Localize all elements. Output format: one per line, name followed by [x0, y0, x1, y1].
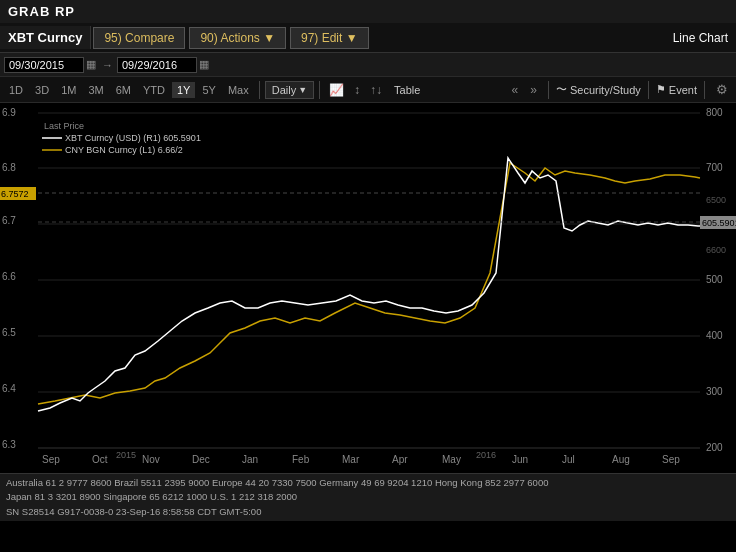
chart-area: 800 700 600 500 400 300 200 6.9 6.8 6.7 …	[0, 103, 736, 473]
svg-text:Feb: Feb	[292, 454, 310, 465]
svg-text:800: 800	[706, 107, 723, 118]
contact-line2: Japan 81 3 3201 8900 Singapore 65 6212 1…	[6, 490, 730, 504]
svg-text:2015: 2015	[116, 450, 136, 460]
svg-text:Last Price: Last Price	[44, 121, 84, 131]
svg-text:Sep: Sep	[662, 454, 680, 465]
actions-button[interactable]: 90) Actions ▼	[189, 27, 286, 49]
svg-text:6.7: 6.7	[2, 215, 16, 226]
svg-text:Apr: Apr	[392, 454, 408, 465]
svg-text:700: 700	[706, 162, 723, 173]
date-separator: →	[98, 59, 117, 71]
app-title: GRAB RP	[8, 4, 75, 19]
toolbar2-right: « » 〜 Security/Study ⚑ Event ⚙	[508, 80, 732, 99]
divider5	[704, 81, 705, 99]
svg-text:6.7572: 6.7572	[1, 189, 29, 199]
calendar-to-icon[interactable]: ▦	[197, 58, 211, 71]
svg-text:6.4: 6.4	[2, 383, 16, 394]
divider3	[548, 81, 549, 99]
contact-line1: Australia 61 2 9777 8600 Brazil 5511 239…	[6, 476, 730, 490]
chart-svg: 800 700 600 500 400 300 200 6.9 6.8 6.7 …	[0, 103, 736, 473]
security-study-button[interactable]: 〜 Security/Study	[556, 82, 641, 97]
svg-text:Jan: Jan	[242, 454, 258, 465]
period-6m[interactable]: 6M	[111, 82, 136, 98]
svg-text:500: 500	[706, 274, 723, 285]
svg-text:Dec: Dec	[192, 454, 210, 465]
frequency-button[interactable]: Daily ▼	[265, 81, 314, 99]
svg-text:6.9: 6.9	[2, 107, 16, 118]
period-ytd[interactable]: YTD	[138, 82, 170, 98]
period-max[interactable]: Max	[223, 82, 254, 98]
bar-chart-icon[interactable]: ↕	[350, 81, 364, 99]
date-from-input[interactable]	[4, 57, 84, 73]
svg-text:Nov: Nov	[142, 454, 160, 465]
calendar-from-icon[interactable]: ▦	[84, 58, 98, 71]
toolbar2: 1D 3D 1M 3M 6M YTD 1Y 5Y Max Daily ▼ 📈 ↕…	[0, 77, 736, 103]
edit-button[interactable]: 97) Edit ▼	[290, 27, 369, 49]
svg-text:200: 200	[706, 442, 723, 453]
nav-right-icon[interactable]: »	[526, 81, 541, 99]
flag-icon: ⚑	[656, 83, 666, 96]
svg-text:300: 300	[706, 386, 723, 397]
divider1	[259, 81, 260, 99]
top-bar: GRAB RP	[0, 0, 736, 23]
line-chart-icon[interactable]: 📈	[325, 81, 348, 99]
divider4	[648, 81, 649, 99]
period-5y[interactable]: 5Y	[197, 82, 220, 98]
chart-wave-icon: 〜	[556, 82, 567, 97]
svg-text:6.5: 6.5	[2, 327, 16, 338]
svg-text:6500: 6500	[706, 195, 726, 205]
svg-text:Mar: Mar	[342, 454, 360, 465]
date-row: ▦ → ▦	[0, 53, 736, 77]
table-button[interactable]: Table	[388, 82, 426, 98]
svg-text:CNY BGN Curncy (L1)   6.66/2: CNY BGN Curncy (L1) 6.66/2	[65, 145, 183, 155]
security-label[interactable]: XBT Curncy	[0, 26, 91, 49]
chart-type-label: Line Chart	[673, 31, 736, 45]
period-3d[interactable]: 3D	[30, 82, 54, 98]
bottom-bar: Australia 61 2 9777 8600 Brazil 5511 239…	[0, 473, 736, 521]
period-1m[interactable]: 1M	[56, 82, 81, 98]
svg-text:Aug: Aug	[612, 454, 630, 465]
svg-text:6.6: 6.6	[2, 271, 16, 282]
svg-text:Jul: Jul	[562, 454, 575, 465]
svg-text:Jun: Jun	[512, 454, 528, 465]
svg-rect-0	[0, 103, 736, 473]
svg-text:Oct: Oct	[92, 454, 108, 465]
svg-text:6.3: 6.3	[2, 439, 16, 450]
period-nav-left[interactable]: ↑↓	[366, 81, 386, 99]
svg-text:605.5901: 605.5901	[702, 218, 736, 228]
svg-text:May: May	[442, 454, 461, 465]
date-to-input[interactable]	[117, 57, 197, 73]
period-1d[interactable]: 1D	[4, 82, 28, 98]
status-line: SN S28514 G917-0038-0 23-Sep-16 8:58:58 …	[6, 505, 730, 519]
event-button[interactable]: ⚑ Event	[656, 83, 697, 96]
svg-text:XBT Curncy (USD) (R1) 605.5901: XBT Curncy (USD) (R1) 605.5901	[65, 133, 201, 143]
period-3m[interactable]: 3M	[83, 82, 108, 98]
nav-left-icon[interactable]: «	[508, 81, 523, 99]
compare-button[interactable]: 95) Compare	[93, 27, 185, 49]
settings-button[interactable]: ⚙	[712, 80, 732, 99]
svg-text:2016: 2016	[476, 450, 496, 460]
svg-text:Sep: Sep	[42, 454, 60, 465]
toolbar1: XBT Curncy 95) Compare 90) Actions ▼ 97)…	[0, 23, 736, 53]
svg-text:400: 400	[706, 330, 723, 341]
svg-text:6.8: 6.8	[2, 162, 16, 173]
period-1y[interactable]: 1Y	[172, 82, 195, 98]
divider2	[319, 81, 320, 99]
svg-text:6600: 6600	[706, 245, 726, 255]
